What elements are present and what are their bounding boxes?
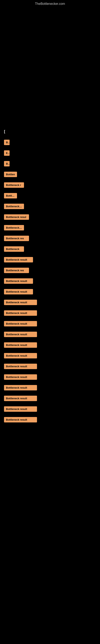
- list-item: Bottleneck result: [4, 289, 96, 295]
- list-item: B4: [4, 161, 96, 167]
- bottleneck-badge[interactable]: Bottleneck ra: [4, 225, 24, 230]
- list-item: E: [4, 150, 96, 156]
- bottleneck-badge[interactable]: Bottleneck result: [4, 364, 37, 369]
- bottleneck-badge[interactable]: Bottleneck re: [4, 204, 24, 209]
- list-item: Bottleneck result: [4, 278, 96, 284]
- site-title-bar: TheBottlenecker.com: [0, 0, 100, 7]
- bottleneck-badge[interactable]: Bottlen: [4, 172, 17, 177]
- list-item: Bottleneck ra: [4, 225, 96, 231]
- items-section: B4EB4BottlenBottleneck rBottleneBottlene…: [3, 138, 97, 430]
- bottleneck-badge[interactable]: Bottleneck res: [4, 236, 29, 241]
- bottleneck-badge[interactable]: Bottleneck result: [4, 300, 37, 305]
- section-header: [: [4, 130, 97, 134]
- bottleneck-badge[interactable]: Bottleneck result: [4, 406, 37, 412]
- bottleneck-badge[interactable]: Bottleneck result: [4, 321, 37, 326]
- bottleneck-badge[interactable]: Bottleneck result: [4, 385, 37, 390]
- site-title: TheBottlenecker.com: [0, 0, 100, 7]
- list-item: Bottlen: [4, 172, 96, 178]
- list-item: Bottlene: [4, 193, 96, 199]
- bottleneck-badge[interactable]: Bottleneck result: [4, 257, 33, 262]
- list-item: B4: [4, 140, 96, 146]
- list-item: Bottleneck result: [4, 342, 96, 348]
- list-item: Bottleneck resul: [4, 214, 96, 220]
- bottleneck-badge[interactable]: Bottleneck result: [4, 278, 33, 284]
- bottleneck-badge[interactable]: Bottleneck: [4, 246, 24, 252]
- bottleneck-badge[interactable]: B4: [4, 140, 10, 145]
- list-item: Bottleneck: [4, 246, 96, 252]
- bottleneck-badge[interactable]: Bottleneck result: [4, 353, 37, 358]
- list-item: Bottleneck result: [4, 406, 96, 412]
- bottleneck-badge[interactable]: Bottleneck result: [4, 310, 37, 316]
- list-item: Bottleneck result: [4, 310, 96, 316]
- bottleneck-badge[interactable]: Bottleneck result: [4, 374, 37, 380]
- main-container: [ B4EB4BottlenBottleneck rBottleneBottle…: [0, 7, 100, 432]
- list-item: Bottleneck result: [4, 321, 96, 327]
- bottleneck-badge[interactable]: E: [4, 150, 10, 156]
- bottleneck-badge[interactable]: Bottleneck result: [4, 342, 37, 348]
- list-item: Bottleneck res: [4, 268, 96, 274]
- bottleneck-badge[interactable]: Bottleneck resul: [4, 214, 29, 220]
- list-item: Bottleneck res: [4, 236, 96, 242]
- list-item: Bottleneck re: [4, 204, 96, 210]
- bottleneck-badge[interactable]: Bottleneck result: [4, 396, 37, 401]
- list-item: Bottleneck result: [4, 332, 96, 338]
- bottleneck-badge[interactable]: Bottleneck res: [4, 268, 29, 273]
- bottleneck-badge[interactable]: Bottleneck result: [4, 289, 33, 294]
- list-item: Bottleneck result: [4, 257, 96, 263]
- list-item: Bottleneck result: [4, 417, 96, 423]
- list-item: Bottleneck result: [4, 385, 96, 391]
- list-item: Bottleneck result: [4, 364, 96, 370]
- bottleneck-badge[interactable]: B4: [4, 161, 10, 166]
- bottleneck-badge[interactable]: Bottleneck r: [4, 182, 24, 188]
- list-item: Bottleneck result: [4, 374, 96, 380]
- bottleneck-badge[interactable]: Bottlene: [4, 193, 17, 198]
- bottleneck-badge[interactable]: Bottleneck result: [4, 332, 37, 337]
- list-item: Bottleneck result: [4, 300, 96, 306]
- list-item: Bottleneck r: [4, 182, 96, 188]
- bottleneck-badge[interactable]: Bottleneck result: [4, 417, 37, 422]
- list-item: Bottleneck result: [4, 396, 96, 402]
- list-item: Bottleneck result: [4, 353, 96, 359]
